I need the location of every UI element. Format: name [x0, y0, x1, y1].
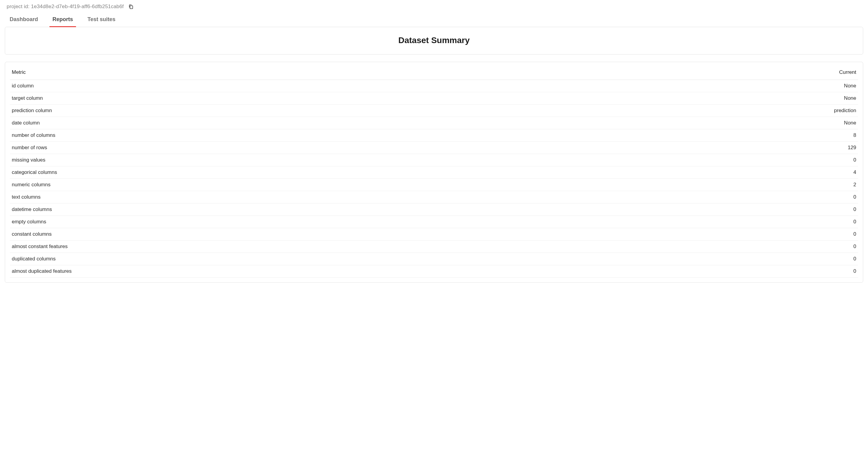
metric-name: target column	[10, 92, 613, 105]
table-row: missing values0	[10, 154, 858, 166]
table-row: almost constant features0	[10, 240, 858, 253]
metric-name: almost constant features	[10, 240, 613, 253]
metric-value: None	[613, 117, 858, 129]
tab-dashboard[interactable]: Dashboard	[7, 13, 41, 27]
metric-value: 0	[613, 154, 858, 166]
metric-name: almost duplicated features	[10, 265, 613, 278]
table-row: categorical columns4	[10, 166, 858, 179]
metric-name: number of rows	[10, 142, 613, 154]
table-row: almost duplicated features0	[10, 265, 858, 278]
metric-value: 2	[613, 179, 858, 191]
table-row: empty columns0	[10, 216, 858, 228]
metrics-table: Metric Current id columnNonetarget colum…	[10, 66, 858, 278]
table-row: numeric columns2	[10, 179, 858, 191]
metric-value: prediction	[613, 105, 858, 117]
metric-value: 0	[613, 216, 858, 228]
metric-name: datetime columns	[10, 203, 613, 216]
metric-name: text columns	[10, 191, 613, 203]
tab-reports[interactable]: Reports	[50, 13, 76, 27]
metric-value: 0	[613, 203, 858, 216]
col-header-current: Current	[613, 66, 858, 80]
metric-value: 0	[613, 265, 858, 278]
metric-value: 0	[613, 191, 858, 203]
metric-value: 0	[613, 240, 858, 253]
metric-name: id column	[10, 80, 613, 92]
tab-label: Reports	[53, 16, 73, 22]
copy-icon[interactable]	[128, 4, 134, 10]
metric-name: duplicated columns	[10, 253, 613, 265]
metric-value: None	[613, 80, 858, 92]
metrics-table-card: Metric Current id columnNonetarget colum…	[5, 62, 863, 283]
metric-name: missing values	[10, 154, 613, 166]
project-id-row: project id: 1e34d8e2-d7eb-4f19-aff6-6dfb…	[5, 2, 863, 13]
table-row: constant columns0	[10, 228, 858, 240]
tab-label: Dashboard	[10, 16, 38, 22]
table-row: date columnNone	[10, 117, 858, 129]
summary-title-card: Dataset Summary	[5, 27, 863, 55]
tab-label: Test suites	[88, 16, 116, 22]
metric-value: 0	[613, 253, 858, 265]
svg-rect-0	[130, 6, 133, 9]
metric-name: constant columns	[10, 228, 613, 240]
metric-value: None	[613, 92, 858, 105]
project-id-text: project id: 1e34d8e2-d7eb-4f19-aff6-6dfb…	[7, 4, 124, 10]
table-row: number of columns8	[10, 129, 858, 142]
metric-value: 4	[613, 166, 858, 179]
summary-title: Dataset Summary	[12, 36, 856, 45]
table-row: prediction columnprediction	[10, 105, 858, 117]
table-row: text columns0	[10, 191, 858, 203]
metric-value: 8	[613, 129, 858, 142]
table-row: duplicated columns0	[10, 253, 858, 265]
metric-name: numeric columns	[10, 179, 613, 191]
table-row: datetime columns0	[10, 203, 858, 216]
metric-name: number of columns	[10, 129, 613, 142]
metric-value: 0	[613, 228, 858, 240]
metric-name: categorical columns	[10, 166, 613, 179]
table-row: number of rows129	[10, 142, 858, 154]
tab-test-suites[interactable]: Test suites	[85, 13, 119, 27]
metric-value: 129	[613, 142, 858, 154]
col-header-metric: Metric	[10, 66, 613, 80]
metric-name: empty columns	[10, 216, 613, 228]
metric-name: date column	[10, 117, 613, 129]
table-row: target columnNone	[10, 92, 858, 105]
table-row: id columnNone	[10, 80, 858, 92]
tabs: DashboardReportsTest suites	[5, 13, 863, 27]
metric-name: prediction column	[10, 105, 613, 117]
